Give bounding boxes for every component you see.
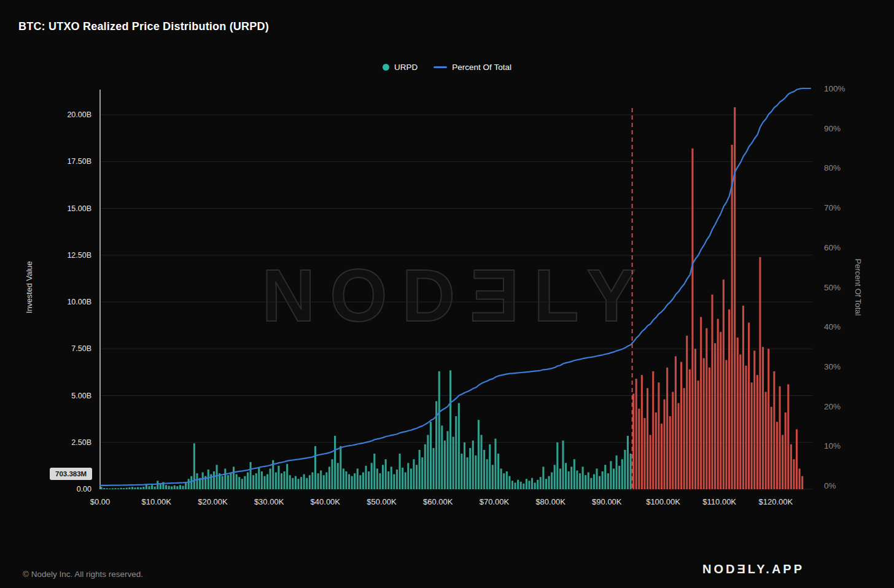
urpd-bar <box>483 450 485 489</box>
urpd-bar <box>334 436 336 489</box>
urpd-bar <box>467 457 468 489</box>
urpd-bar <box>486 459 488 489</box>
urpd-bar <box>185 482 187 489</box>
urpd-bar <box>182 486 184 489</box>
urpd-bar <box>362 473 364 489</box>
urpd-bar <box>413 459 414 489</box>
right-axis-tick: 20% <box>824 402 841 411</box>
urpd-bar <box>497 454 499 489</box>
urpd-bar <box>629 454 631 489</box>
urpd-bar <box>348 474 350 489</box>
urpd-bar <box>531 478 533 489</box>
urpd-bar <box>238 477 240 489</box>
urpd-bar <box>599 476 601 489</box>
urpd-bar <box>585 475 586 489</box>
urpd-bar <box>686 336 688 489</box>
current-value-badge: 703.383M <box>50 468 92 480</box>
urpd-bar <box>255 473 257 489</box>
urpd-bar <box>720 332 721 489</box>
urpd-bar <box>785 412 787 489</box>
urpd-bar <box>759 257 761 489</box>
urpd-bar <box>343 468 344 489</box>
urpd-bar <box>582 466 584 489</box>
urpd-bar <box>705 328 707 489</box>
right-axis-tick: 30% <box>824 362 841 371</box>
urpd-bar <box>570 466 572 489</box>
urpd-bar <box>621 459 623 489</box>
urpd-bar <box>399 454 401 489</box>
urpd-bar <box>455 416 457 489</box>
urpd-bar <box>691 149 693 489</box>
urpd-bar <box>286 464 288 489</box>
urpd-bar <box>762 347 764 489</box>
urpd-bar <box>728 309 730 489</box>
urpd-bar <box>540 477 542 489</box>
urpd-bar <box>278 466 279 489</box>
x-axis-tick: $100.00K <box>646 497 680 506</box>
left-axis-tick: 10.00B <box>67 298 91 306</box>
urpd-bar <box>545 479 547 489</box>
urpd-bar <box>700 317 702 489</box>
urpd-bar <box>297 479 299 489</box>
urpd-bar <box>655 412 657 489</box>
right-axis-tick: 60% <box>824 243 841 252</box>
urpd-bar <box>402 468 403 489</box>
urpd-bar <box>666 368 668 489</box>
urpd-bar <box>416 465 418 489</box>
urpd-bar <box>714 343 716 489</box>
x-axis-tick: $20.00K <box>198 497 228 506</box>
urpd-bar <box>768 349 769 489</box>
urpd-bar <box>534 482 536 489</box>
urpd-bar <box>213 471 215 489</box>
urpd-bar <box>526 479 527 489</box>
urpd-bar <box>157 481 158 489</box>
urpd-bar <box>643 418 645 489</box>
urpd-bar <box>196 473 198 489</box>
urpd-bar <box>441 425 443 489</box>
urpd-bar <box>222 476 224 489</box>
urpd-bar <box>765 392 767 489</box>
urpd-bar <box>202 473 204 489</box>
urpd-bar <box>387 471 389 489</box>
urpd-bar <box>711 295 713 489</box>
urpd-bar <box>114 488 116 489</box>
urpd-bar <box>284 471 286 489</box>
footer-brand-logo[interactable]: NODƎLY.APP <box>702 562 804 576</box>
x-axis-tick: $90.00K <box>592 497 622 506</box>
urpd-bar <box>565 463 567 489</box>
urpd-bar <box>469 448 471 489</box>
urpd-bar <box>109 489 111 489</box>
urpd-bar <box>593 474 595 489</box>
urpd-bar <box>433 448 435 489</box>
footer-copyright: © Nodely Inc. All rights reserved. <box>23 570 143 579</box>
urpd-bar <box>357 468 359 489</box>
urpd-bar <box>548 476 550 489</box>
urpd-bar <box>396 470 398 489</box>
urpd-chart-canvas[interactable]: 0.002.50B5.00B7.50B10.00B12.50B15.00B17.… <box>0 0 894 534</box>
urpd-bar <box>449 370 451 489</box>
urpd-bar <box>368 471 370 489</box>
urpd-bar <box>658 382 659 489</box>
urpd-bar <box>247 473 249 489</box>
urpd-bar <box>650 435 651 489</box>
urpd-bar <box>478 420 480 489</box>
urpd-bar <box>131 487 133 489</box>
x-axis-tick: $110.00K <box>702 497 736 506</box>
left-axis-tick: 5.00B <box>71 392 91 400</box>
urpd-bar <box>303 474 305 489</box>
urpd-bar <box>365 466 367 489</box>
x-axis-tick: $60.00K <box>423 497 453 506</box>
urpd-bar <box>489 444 491 489</box>
urpd-bar <box>554 465 556 489</box>
urpd-bar <box>500 468 502 489</box>
left-axis-tick: 17.50B <box>67 157 91 166</box>
urpd-bar <box>779 386 780 489</box>
urpd-bar <box>562 441 564 489</box>
urpd-bar <box>427 435 429 489</box>
urpd-bar <box>126 488 128 489</box>
urpd-bar <box>515 482 516 489</box>
right-axis-title: Percent Of Total <box>853 259 863 316</box>
urpd-bar <box>320 471 322 490</box>
right-axis-tick: 10% <box>824 441 841 451</box>
urpd-bar <box>325 473 327 489</box>
